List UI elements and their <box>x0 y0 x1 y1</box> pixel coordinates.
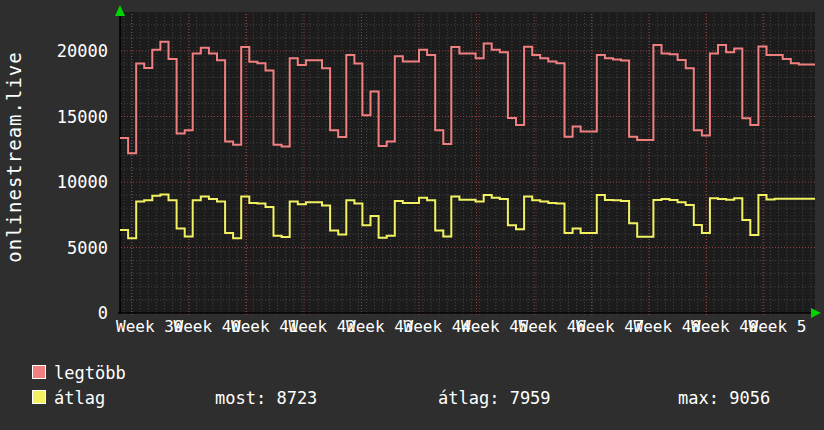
y-tick-label: 20000 <box>18 43 108 60</box>
rrd-graph: onlinestream.live 05000100001500020000 W… <box>0 0 824 430</box>
stat-atlag: átlag: 7959 <box>438 388 551 408</box>
legend-label-atlag: átlag <box>54 388 105 408</box>
x-tick-label-overflow: 5 <box>806 317 807 336</box>
stat-max: max: 9056 <box>678 388 770 408</box>
y-tick-label: 5000 <box>18 240 108 257</box>
stat-most: most: 8723 <box>215 388 317 408</box>
legend-swatch-atlag <box>32 390 46 404</box>
y-tick-label: 15000 <box>18 109 108 126</box>
legend-swatch-legtobb <box>32 365 46 379</box>
x-axis-labels: Week 39Week 40Week 41Week 42Week 43Week … <box>0 317 807 339</box>
legend-label-legtobb: legtöbb <box>54 363 126 383</box>
x-tick-label: Week 50 <box>749 317 808 336</box>
y-tick-label: 10000 <box>18 174 108 191</box>
